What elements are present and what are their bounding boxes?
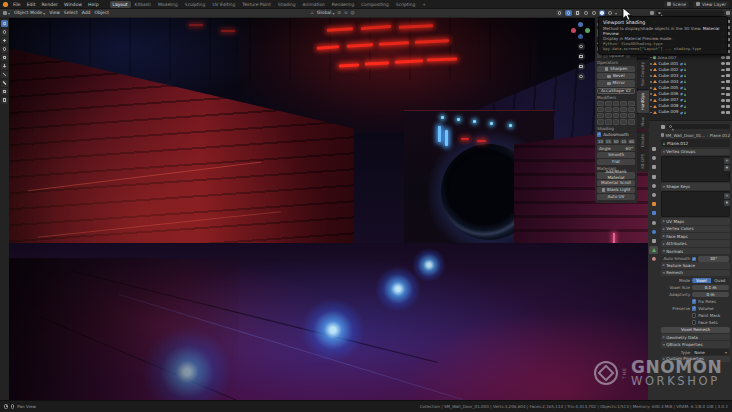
eye-icon[interactable] [721, 87, 725, 90]
menu-select[interactable]: Select [64, 10, 78, 16]
workspace-add-button[interactable]: + [419, 1, 429, 8]
paint-mask-checkbox[interactable] [692, 313, 696, 317]
modifier-icon[interactable] [597, 113, 604, 118]
camera-icon[interactable] [726, 68, 730, 71]
angle-preset-10[interactable]: 10 [597, 139, 604, 145]
snap-magnet-icon[interactable]: ∪ [344, 10, 347, 16]
scene-selector[interactable]: Scene [664, 1, 689, 8]
panel-qblock[interactable]: ▾QBlock Properties [661, 341, 730, 347]
panel-vertex-groups[interactable]: ▾Vertex Groups [661, 149, 730, 155]
side-tab-tool-density[interactable]: Tool Density [637, 59, 649, 89]
panel-geometry-data[interactable]: ▸Geometry Data [661, 334, 730, 340]
eye-icon[interactable] [721, 81, 725, 84]
workspace-tab-layout[interactable]: Layout [110, 1, 131, 8]
accushape-button[interactable]: AccuShape V2 [597, 88, 635, 94]
tool-add-cube[interactable] [1, 88, 8, 95]
menu-window[interactable]: Window [63, 2, 83, 7]
tab-material[interactable] [649, 255, 658, 263]
eye-icon[interactable] [721, 56, 725, 59]
tool-scale[interactable] [1, 54, 8, 61]
panel-face-maps[interactable]: ▸Face Maps [661, 233, 730, 239]
tab-object-data[interactable] [649, 246, 658, 254]
modifier-icon[interactable] [613, 113, 620, 118]
tool-transform[interactable] [1, 63, 8, 70]
panel-remesh[interactable]: ▾Remesh [661, 270, 730, 276]
tool-measure[interactable] [1, 80, 8, 87]
camera-icon[interactable] [726, 56, 730, 59]
mirror-button[interactable]: Mirror [597, 80, 635, 86]
orientation-dropdown[interactable]: Global▾ [317, 10, 334, 16]
modifier-icon[interactable] [628, 101, 635, 106]
tab-scene[interactable] [649, 182, 658, 190]
shape-key-menu-button[interactable]: ▾ [724, 200, 730, 206]
tab-particles[interactable] [649, 219, 658, 227]
proportional-edit-icon[interactable]: ◎ [351, 10, 355, 16]
menu-view[interactable]: View [49, 10, 60, 16]
workspace-tab-texture-paint[interactable]: Texture Paint [239, 1, 273, 8]
angle-preset-30[interactable]: 30 [613, 139, 620, 145]
angle-preset-45[interactable]: 45 [620, 139, 627, 145]
tab-object[interactable] [649, 200, 658, 208]
pan-tool-icon[interactable] [578, 53, 585, 60]
modifier-icon[interactable] [597, 101, 604, 106]
side-tab-create[interactable]: Create [637, 131, 649, 150]
camera-icon[interactable] [726, 80, 730, 83]
bevel-button[interactable]: Bevel [597, 73, 635, 79]
tool-cursor[interactable] [1, 29, 8, 36]
tab-modifiers[interactable] [649, 209, 658, 217]
workspace-tab-uv-editing[interactable]: UV Editing [209, 1, 238, 8]
eye-icon[interactable] [721, 93, 725, 96]
sharpen-button[interactable]: Sharpen [597, 66, 635, 72]
side-tab-hardops[interactable]: HardOps [637, 90, 649, 113]
breadcrumb-object[interactable]: SM_Wall_Door_01... [665, 133, 705, 138]
vertex-groups-list[interactable]: +▾ [661, 156, 730, 182]
fix-poles-checkbox[interactable]: ✓ [692, 299, 696, 303]
panel-normals[interactable]: ▾Normals [661, 248, 730, 254]
type-dropdown[interactable]: None▾ [692, 349, 729, 355]
eye-icon[interactable] [721, 75, 725, 78]
menu-object[interactable]: Object [94, 10, 109, 16]
modifier-icon[interactable] [620, 107, 627, 112]
xray-toggle[interactable] [574, 10, 581, 16]
overlays-toggle[interactable] [565, 10, 572, 16]
adaptivity-field[interactable]: 0 m [692, 292, 729, 298]
modifier-icon[interactable] [613, 101, 620, 106]
panel-attributes[interactable]: ▸Attributes [661, 240, 730, 246]
modifier-icon[interactable] [620, 113, 627, 118]
modifier-icon[interactable] [597, 107, 604, 112]
add-vertex-group-button[interactable]: + [724, 158, 730, 164]
mesh-name-field[interactable]: Plane.012 [661, 139, 730, 147]
zoom-tool-icon[interactable] [578, 43, 585, 50]
modifier-icon[interactable] [620, 119, 627, 124]
vertex-group-menu-button[interactable]: ▾ [724, 165, 730, 171]
modifier-icon[interactable] [628, 107, 635, 112]
modifier-icon[interactable] [628, 113, 635, 118]
modifier-icon[interactable] [620, 101, 627, 106]
filter-icon[interactable] [726, 11, 730, 15]
modifier-icon[interactable] [628, 119, 635, 124]
outliner-editor-icon[interactable] [650, 11, 654, 15]
mode-quad-button[interactable]: Quad [711, 278, 729, 284]
workspace-tab-kitbash[interactable]: Kitbash [132, 1, 154, 8]
panel-shape-keys[interactable]: ▾Shape Keys [661, 183, 730, 189]
mode-dropdown[interactable]: Object Mode▾ [14, 10, 45, 16]
tab-render[interactable] [649, 154, 658, 162]
camera-icon[interactable] [726, 99, 730, 102]
camera-icon[interactable] [726, 74, 730, 77]
editor-type-dropdown[interactable]: ▾ [3, 11, 10, 16]
workspace-tab-sculpting[interactable]: Sculpting [182, 1, 209, 8]
blank-light-button[interactable]: Blank Light [597, 187, 635, 193]
eye-icon[interactable] [721, 111, 725, 114]
face-sets-checkbox[interactable] [692, 320, 696, 324]
outliner-search-input[interactable] [656, 10, 724, 16]
add-shape-key-button[interactable]: + [724, 193, 730, 199]
panel-texture-space[interactable]: ▸Texture Space [661, 262, 730, 268]
panel-custom-properties[interactable]: ▸Custom Properties [661, 356, 730, 362]
side-tab-kitops[interactable]: Kit OPS [637, 151, 649, 172]
voxel-remesh-button[interactable]: Voxel Remesh [661, 327, 730, 334]
modifier-icon[interactable] [605, 101, 612, 106]
auto-smooth-checkbox[interactable]: ✓ [692, 257, 696, 261]
modifier-icon[interactable] [613, 119, 620, 124]
menu-render[interactable]: Render [41, 2, 59, 7]
axis-gizmo[interactable] [571, 22, 591, 40]
